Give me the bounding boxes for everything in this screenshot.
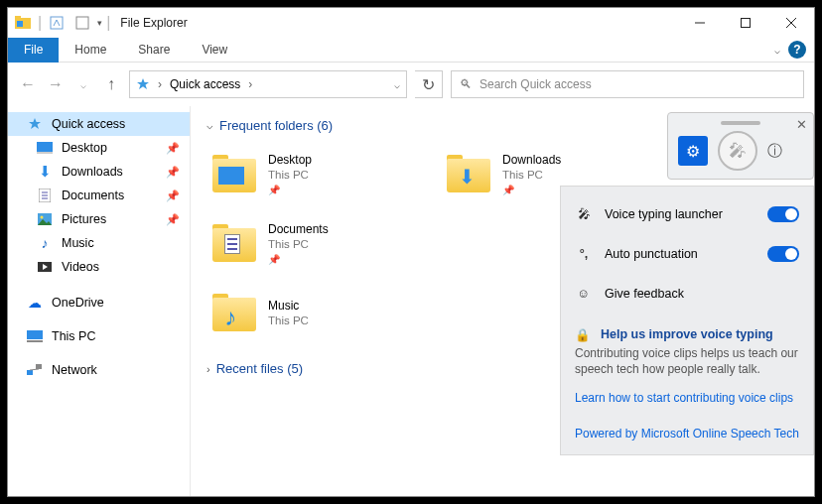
pc-icon bbox=[26, 330, 44, 342]
ribbon: File Home Share View ⌵ ? bbox=[8, 38, 814, 63]
tree-videos[interactable]: Videos bbox=[8, 255, 190, 279]
folder-icon bbox=[210, 224, 258, 264]
section-label: Recent files (5) bbox=[216, 361, 303, 376]
refresh-button[interactable]: ↻ bbox=[415, 70, 443, 98]
microphone-button[interactable]: 🎤︎ bbox=[718, 131, 757, 171]
recent-dropdown-icon[interactable]: ⌵ bbox=[73, 79, 93, 90]
improve-heading: 🔒Help us improve voice typing bbox=[561, 323, 813, 343]
tab-view[interactable]: View bbox=[186, 38, 243, 63]
qat-dropdown-icon[interactable]: ▾ bbox=[97, 18, 102, 28]
tree-documents[interactable]: Documents📌 bbox=[8, 184, 190, 207]
chevron-right-icon[interactable]: › bbox=[248, 77, 252, 91]
pin-icon: 📌 bbox=[268, 183, 312, 197]
voice-typing-popup: ✕ ⚙ 🎤︎ ⓘ bbox=[667, 112, 814, 180]
give-feedback-row[interactable]: ☺ Give feedback bbox=[561, 274, 813, 314]
drag-handle[interactable] bbox=[721, 121, 760, 125]
tree-label: Videos bbox=[62, 260, 99, 274]
folder-sub: This PC bbox=[502, 168, 561, 183]
tree-music[interactable]: ♪Music bbox=[8, 231, 190, 255]
chevron-down-icon[interactable]: ⌵ bbox=[206, 119, 213, 132]
network-icon bbox=[26, 364, 44, 376]
toggle-switch[interactable] bbox=[767, 206, 799, 222]
folder-desktop[interactable]: DesktopThis PC📌 bbox=[206, 143, 425, 206]
maximize-button[interactable] bbox=[723, 8, 768, 38]
close-icon[interactable]: ✕ bbox=[796, 117, 807, 132]
setting-label: Voice typing launcher bbox=[605, 207, 723, 221]
tab-home[interactable]: Home bbox=[59, 38, 122, 63]
close-button[interactable] bbox=[768, 8, 814, 38]
music-icon: ♪ bbox=[224, 304, 236, 331]
address-dropdown-icon[interactable]: ⌵ bbox=[394, 79, 400, 90]
tree-pictures[interactable]: Pictures📌 bbox=[8, 207, 190, 231]
pin-icon: 📌 bbox=[166, 189, 180, 202]
tree-label: Music bbox=[62, 236, 94, 250]
learn-link[interactable]: Learn how to start contributing voice cl… bbox=[561, 385, 813, 411]
folder-documents[interactable]: DocumentsThis PC📌 bbox=[206, 212, 425, 276]
tree-label: Desktop bbox=[62, 141, 107, 155]
folder-name: Downloads bbox=[502, 153, 561, 168]
tree-downloads[interactable]: ⬇Downloads📌 bbox=[8, 160, 190, 184]
svg-rect-2 bbox=[17, 21, 23, 27]
music-icon: ♪ bbox=[36, 235, 54, 251]
voice-launcher-toggle-row[interactable]: 🎤︎ Voice typing launcher bbox=[561, 194, 813, 234]
window-title: File Explorer bbox=[110, 16, 187, 30]
chevron-right-icon[interactable]: › bbox=[206, 363, 210, 375]
feedback-icon: ☺ bbox=[575, 287, 593, 301]
qat-new-folder-icon[interactable] bbox=[71, 12, 93, 34]
desktop-icon bbox=[36, 142, 54, 154]
tree-label: Documents bbox=[62, 189, 124, 202]
help-icon[interactable]: ? bbox=[788, 41, 806, 59]
pin-icon: 📌 bbox=[166, 142, 180, 155]
quick-access-toolbar: | ▾ | bbox=[8, 12, 110, 34]
tab-file[interactable]: File bbox=[8, 38, 59, 63]
search-icon: 🔍︎ bbox=[460, 77, 472, 91]
help-icon[interactable]: ⓘ bbox=[767, 142, 782, 161]
address-bar[interactable]: › Quick access › ⌵ bbox=[129, 70, 407, 98]
lock-icon: 🔒 bbox=[575, 327, 591, 342]
pictures-icon bbox=[36, 213, 54, 225]
breadcrumb[interactable]: Quick access bbox=[170, 77, 240, 91]
tree-this-pc[interactable]: This PC bbox=[8, 324, 190, 348]
minimize-button[interactable] bbox=[677, 8, 723, 38]
chevron-right-icon[interactable]: › bbox=[158, 77, 162, 91]
nav-row: ← → ⌵ ↑ › Quick access › ⌵ ↻ 🔍︎ Search Q… bbox=[8, 63, 814, 106]
punctuation-icon: °, bbox=[575, 247, 593, 261]
qat-separator: | bbox=[38, 14, 42, 32]
pin-icon: 📌 bbox=[502, 183, 561, 197]
download-icon: ⬇ bbox=[459, 165, 476, 189]
file-explorer-window: | ▾ | File Explorer File Home Share View… bbox=[7, 7, 815, 497]
tree-quick-access[interactable]: Quick access bbox=[8, 112, 190, 136]
folder-sub: This PC bbox=[268, 237, 329, 252]
auto-punctuation-toggle-row[interactable]: °, Auto punctuation bbox=[561, 234, 813, 274]
tree-label: Downloads bbox=[62, 165, 123, 179]
folder-name: Music bbox=[268, 299, 309, 314]
tree-onedrive[interactable]: ☁OneDrive bbox=[8, 291, 190, 315]
tree-desktop[interactable]: Desktop📌 bbox=[8, 136, 190, 160]
settings-button[interactable]: ⚙ bbox=[678, 136, 708, 166]
ribbon-expand-icon[interactable]: ⌵ bbox=[774, 45, 780, 56]
content-pane: ⌵Frequent folders (6) DesktopThis PC📌 ⬇ … bbox=[191, 106, 814, 496]
svg-line-22 bbox=[30, 369, 39, 370]
search-input[interactable]: 🔍︎ Search Quick access bbox=[451, 70, 804, 98]
tree-network[interactable]: Network bbox=[8, 358, 190, 382]
folder-music[interactable]: ♪ MusicThis PC bbox=[206, 282, 425, 345]
setting-label: Give feedback bbox=[605, 287, 684, 301]
back-button[interactable]: ← bbox=[18, 75, 38, 93]
tree-label: Quick access bbox=[52, 117, 125, 131]
folder-sub: This PC bbox=[268, 314, 309, 328]
titlebar: | ▾ | File Explorer bbox=[8, 8, 814, 38]
folder-icon: ♪ bbox=[210, 294, 258, 333]
up-button[interactable]: ↑ bbox=[101, 75, 121, 93]
svg-rect-1 bbox=[15, 16, 21, 19]
section-label: Frequent folders (6) bbox=[219, 118, 333, 133]
folder-name: Documents bbox=[268, 222, 329, 237]
qat-properties-icon[interactable] bbox=[46, 12, 68, 34]
tree-label: Network bbox=[52, 363, 97, 377]
tab-share[interactable]: Share bbox=[122, 38, 186, 63]
svg-rect-9 bbox=[37, 142, 53, 152]
folder-sub: This PC bbox=[268, 168, 312, 183]
improve-text: Contributing voice clips helps us teach … bbox=[561, 343, 813, 385]
svg-rect-6 bbox=[742, 19, 751, 28]
powered-by-link[interactable]: Powered by Microsoft Online Speech Tech bbox=[561, 421, 813, 446]
toggle-switch[interactable] bbox=[767, 246, 799, 262]
